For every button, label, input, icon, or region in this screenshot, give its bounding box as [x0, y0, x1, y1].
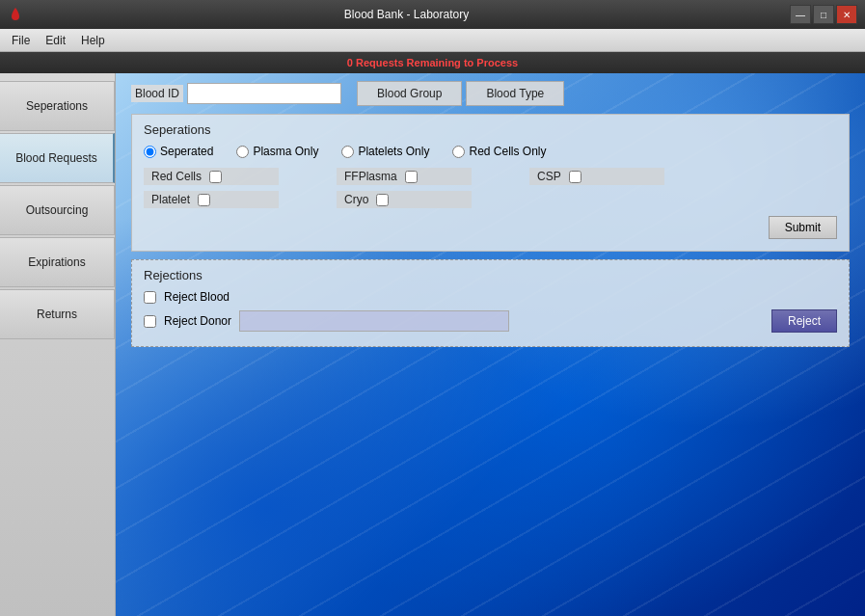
rejections-panel: Rejections Reject Blood Reject Donor Rej… — [131, 259, 850, 347]
window-controls: — □ ✕ — [790, 5, 857, 24]
reject-donor-label: Reject Donor — [164, 314, 231, 328]
radio-plasma-only[interactable]: Plasma Only — [236, 145, 318, 158]
title-bar: Blood Bank - Laboratory — □ ✕ — [0, 0, 865, 29]
app-icon — [8, 7, 23, 22]
window-title: Blood Bank - Laboratory — [23, 8, 790, 21]
content-panel: Blood ID Blood Group Blood Type Seperati… — [116, 73, 865, 355]
menu-help[interactable]: Help — [73, 32, 113, 49]
reject-button[interactable]: Reject — [771, 309, 837, 333]
platelet-checkbox[interactable] — [198, 194, 210, 206]
reject-donor-checkbox[interactable] — [144, 315, 156, 328]
sidebar-item-outsourcing[interactable]: Outsourcing — [0, 185, 115, 235]
sidebar-item-blood-requests[interactable]: Blood Requests — [0, 133, 115, 183]
menu-bar: File Edit Help — [0, 29, 865, 52]
data-row-1: Red Cells FFPlasma CSP — [144, 168, 837, 185]
blood-info-container: Blood Group Blood Type — [357, 81, 564, 106]
radio-row: Seperated Plasma Only Platelets Only Red… — [144, 145, 837, 158]
red-cells-cell: Red Cells — [144, 168, 279, 185]
radio-platelets-only[interactable]: Platelets Only — [341, 145, 429, 158]
reject-blood-checkbox[interactable] — [144, 291, 156, 304]
radio-seperated[interactable]: Seperated — [144, 145, 213, 158]
ffplasma-cell: FFPlasma — [337, 168, 472, 185]
ffplasma-checkbox[interactable] — [405, 171, 418, 183]
cryo-cell: Cryo — [337, 191, 472, 208]
separations-title: Seperations — [144, 122, 837, 137]
blood-type-box: Blood Type — [466, 81, 564, 106]
menu-file[interactable]: File — [4, 32, 38, 49]
blood-id-row: Blood ID Blood Group Blood Type — [131, 81, 850, 106]
platelet-cell: Platelet — [144, 191, 279, 208]
blood-group-box: Blood Group — [357, 81, 462, 106]
reject-blood-label: Reject Blood — [164, 290, 230, 304]
status-text: 0 Requests Remaining to Process — [347, 57, 518, 68]
csp-cell: CSP — [529, 168, 664, 185]
status-bar: 0 Requests Remaining to Process — [0, 52, 865, 73]
blood-id-label: Blood ID — [131, 85, 183, 102]
reject-donor-input[interactable] — [239, 310, 509, 332]
blood-id-input[interactable] — [187, 83, 341, 104]
csp-checkbox[interactable] — [569, 171, 581, 183]
separations-panel: Seperations Seperated Plasma Only Platel… — [131, 114, 850, 252]
close-button[interactable]: ✕ — [836, 5, 857, 24]
red-cells-checkbox[interactable] — [209, 171, 222, 183]
main-container: Seperations Blood Requests Outsourcing E… — [0, 73, 865, 616]
reject-blood-row: Reject Blood — [144, 290, 837, 304]
reject-donor-row: Reject Donor Reject — [144, 309, 837, 333]
sidebar-item-expirations[interactable]: Expirations — [0, 237, 115, 287]
cryo-checkbox[interactable] — [376, 194, 389, 206]
content-area: Blood ID Blood Group Blood Type Seperati… — [116, 73, 865, 616]
rejections-title: Rejections — [144, 268, 837, 282]
sidebar-item-returns[interactable]: Returns — [0, 289, 115, 339]
data-row-2: Platelet Cryo — [144, 191, 837, 208]
sidebar: Seperations Blood Requests Outsourcing E… — [0, 73, 116, 616]
maximize-button[interactable]: □ — [813, 5, 834, 24]
submit-button[interactable]: Submit — [769, 216, 837, 239]
minimize-button[interactable]: — — [790, 5, 811, 24]
sidebar-item-seperations[interactable]: Seperations — [0, 81, 115, 131]
menu-edit[interactable]: Edit — [38, 32, 73, 49]
radio-red-cells-only[interactable]: Red Cells Only — [452, 145, 546, 158]
